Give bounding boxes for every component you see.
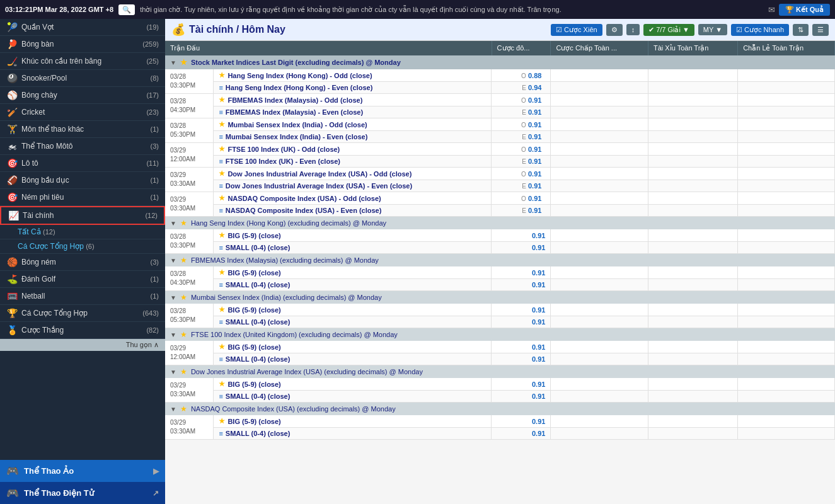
match-name[interactable]: BIG (5-9) (close) — [227, 381, 280, 388]
star-icon[interactable]: ★ — [180, 330, 187, 339]
odds-value[interactable]: 0.91 — [528, 96, 545, 104]
expand-icon[interactable]: ▼ — [170, 294, 176, 301]
bet-icon[interactable]: ≡ — [219, 392, 222, 400]
odds-value-2[interactable]: 0.91 — [528, 182, 545, 190]
star-icon[interactable]: ★ — [219, 231, 225, 239]
sidebar-item-cuoc-thang[interactable]: 🏅 Cược Thắng (82) — [0, 322, 165, 339]
sidebar-item-quan-vot[interactable]: 🎾 Quần Vợt (19) — [0, 19, 165, 36]
star-icon[interactable]: ★ — [219, 120, 225, 129]
sidebar-item-bong-bau-duc[interactable]: 🏈 Bóng bầu dục (1) — [0, 172, 165, 189]
match-name-2[interactable]: Dow Jones Industrial Average Index (USA)… — [226, 182, 412, 190]
sidebar-item-danh-golf[interactable]: ⛳ Đánh Golf (1) — [0, 271, 165, 288]
sidebar-item-bong-nem[interactable]: 🏀 Bóng ném (3) — [0, 254, 165, 271]
star-icon[interactable]: ★ — [180, 293, 187, 302]
star-icon[interactable]: ★ — [219, 417, 225, 425]
match-name-2[interactable]: SMALL (0-4) (close) — [226, 355, 290, 363]
match-name[interactable]: FBMEMAS Index (Malaysia) - Odd (close) — [227, 96, 362, 104]
match-name[interactable]: FTSE 100 Index (UK) - Odd (close) — [227, 146, 340, 153]
star-icon[interactable]: ★ — [219, 343, 225, 351]
sidebar-item-snooker[interactable]: 🎱 Snooker/Pool (8) — [0, 70, 165, 87]
bet-icon[interactable]: ≡ — [219, 430, 222, 437]
star-icon[interactable]: ★ — [219, 71, 225, 79]
sidebar-item-bong-chay[interactable]: ⚾ Bóng chày (17) — [0, 87, 165, 104]
star-icon[interactable]: ★ — [180, 58, 187, 67]
match-name-2[interactable]: FTSE 100 Index (UK) - Even (close) — [226, 158, 340, 165]
bet-icon[interactable]: ≡ — [219, 108, 222, 116]
match-name-2[interactable]: SMALL (0-4) (close) — [226, 392, 290, 400]
match-name[interactable]: Mumbai Sensex Index (India) - Odd (close… — [227, 121, 367, 129]
match-name-2[interactable]: SMALL (0-4) (close) — [226, 318, 290, 326]
match-name-2[interactable]: Mumbai Sensex Index (India) - Even (clos… — [226, 133, 368, 140]
bet-icon[interactable]: ≡ — [219, 207, 222, 214]
star-icon[interactable]: ★ — [219, 268, 225, 277]
arrows-button[interactable]: ⇅ — [793, 24, 809, 36]
odds-value-2[interactable]: 0.91 — [528, 207, 545, 214]
star-icon[interactable]: ★ — [180, 219, 187, 227]
sidebar-item-bong-ban[interactable]: 🏓 Bóng bàn (259) — [0, 36, 165, 53]
match-name[interactable]: BIG (5-9) (close) — [227, 418, 280, 425]
match-name[interactable]: Hang Seng Index (Hong Kong) - Odd (close… — [227, 72, 372, 79]
star-icon[interactable]: ★ — [219, 194, 225, 202]
expand-icon[interactable]: ▼ — [170, 59, 176, 66]
sidebar-sub-ca-cuoc-tong-hop[interactable]: Cá Cược Tổng Hợp (6) — [0, 239, 165, 254]
match-name[interactable]: BIG (5-9) (close) — [227, 343, 280, 351]
ket-qua-button[interactable]: 🏆 Kết Quả — [779, 4, 830, 16]
cuoc-xien-button[interactable]: ☑ Cược Xiên — [551, 24, 602, 36]
filter-giai-button[interactable]: ✔ 7/7 Giải ▼ — [643, 24, 694, 36]
star-icon[interactable]: ★ — [180, 404, 187, 413]
bet-icon[interactable]: ≡ — [219, 318, 222, 326]
match-name-2[interactable]: NASDAQ Composite Index (USA) - Even (clo… — [226, 207, 382, 214]
odds-value[interactable]: 0.91 — [528, 170, 545, 178]
cuoc-nhanh-button[interactable]: ☑ Cược Nhanh — [731, 24, 789, 36]
sidebar-item-netball[interactable]: 🥅 Netball (1) — [0, 288, 165, 305]
odds-value-2[interactable]: 0.91 — [528, 158, 545, 165]
odds-value-2[interactable]: 0.91 — [528, 133, 545, 140]
sort-button[interactable]: ↕ — [626, 24, 640, 35]
sidebar-item-nem-phi-tieu[interactable]: 🎯 Ném phi tiêu (1) — [0, 189, 165, 206]
email-icon[interactable]: ✉ — [768, 5, 775, 14]
match-name[interactable]: BIG (5-9) (close) — [227, 306, 280, 314]
odds-value[interactable]: 0.91 — [528, 146, 545, 153]
match-name-2[interactable]: SMALL (0-4) (close) — [226, 430, 290, 437]
sidebar-item-khuc-con-cau[interactable]: 🏒 Khúc côn cầu trên băng (25) — [0, 53, 165, 70]
star-icon[interactable]: ★ — [180, 367, 187, 376]
match-name-2[interactable]: FBMEMAS Index (Malaysia) - Even (close) — [226, 108, 363, 116]
odds-value[interactable]: 0.91 — [528, 195, 545, 202]
the-thao-dien-tu-button[interactable]: 🎮 Thể Thao Điện Tử ↗ — [0, 482, 165, 504]
menu-button[interactable]: ☰ — [812, 24, 829, 36]
odds-value[interactable]: 0.91 — [528, 121, 545, 129]
expand-icon[interactable]: ▼ — [170, 220, 176, 227]
bet-icon[interactable]: ≡ — [219, 133, 222, 140]
match-name[interactable]: BIG (5-9) (close) — [227, 269, 280, 277]
shrink-button[interactable]: Thu gọn ∧ — [0, 339, 165, 351]
match-name-2[interactable]: SMALL (0-4) (close) — [226, 244, 290, 251]
my-button[interactable]: MY ▼ — [698, 24, 727, 35]
sidebar-item-tai-chinh[interactable]: 📈 Tài chính (12) — [0, 206, 165, 225]
match-name[interactable]: NASDAQ Composite Index (USA) - Odd (clos… — [227, 195, 381, 202]
expand-icon[interactable]: ▼ — [170, 257, 176, 264]
sidebar-item-lo-to[interactable]: 🎯 Lô tô (11) — [0, 155, 165, 172]
bet-icon[interactable]: ≡ — [219, 84, 222, 91]
expand-icon[interactable]: ▼ — [170, 369, 176, 375]
bet-icon[interactable]: ≡ — [219, 182, 222, 190]
star-icon[interactable]: ★ — [180, 256, 187, 265]
odds-value-2[interactable]: 0.94 — [528, 84, 545, 91]
settings-button[interactable]: ⚙ — [606, 24, 623, 36]
match-name-2[interactable]: Hang Seng Index (Hong Kong) - Even (clos… — [226, 84, 372, 91]
match-name[interactable]: BIG (5-9) (close) — [227, 232, 280, 239]
star-icon[interactable]: ★ — [219, 169, 225, 178]
search-button[interactable]: 🔍 — [118, 4, 135, 15]
the-thao-ao-button[interactable]: 🎮 Thể Thao Ảo ▶ — [0, 460, 165, 482]
match-name-2[interactable]: SMALL (0-4) (close) — [226, 281, 290, 289]
bet-icon[interactable]: ≡ — [219, 244, 222, 251]
bet-icon[interactable]: ≡ — [219, 281, 222, 289]
sidebar-item-mon-the-thao-khac[interactable]: 🏋 Môn thể thao khác (1) — [0, 121, 165, 138]
sidebar-sub-tat-ca[interactable]: Tất Cả (12) — [0, 225, 165, 239]
odds-value[interactable]: 0.88 — [528, 72, 545, 79]
sidebar-item-ca-cuoc-tong-hop-2[interactable]: 🏆 Cá Cược Tổng Hợp (643) — [0, 305, 165, 322]
star-icon[interactable]: ★ — [219, 96, 225, 104]
sidebar-item-the-thao-moto[interactable]: 🏍 Thể Thao Môtô (3) — [0, 138, 165, 155]
sidebar-item-cricket[interactable]: 🏏 Cricket (23) — [0, 104, 165, 121]
odds-value-2[interactable]: 0.91 — [528, 108, 545, 116]
bet-icon[interactable]: ≡ — [219, 355, 222, 363]
